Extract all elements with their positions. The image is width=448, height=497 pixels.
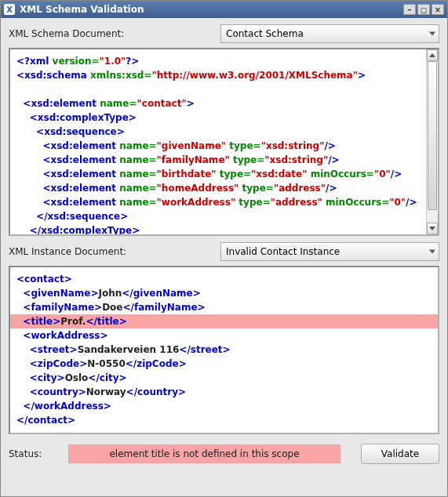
- instance-code[interactable]: <contact> <givenName>John</givenName> <f…: [10, 267, 438, 432]
- app-window: X XML Schema Validation – ◻ × XML Schema…: [0, 0, 448, 497]
- instance-label: XML Instance Document:: [9, 246, 220, 257]
- chevron-down-icon: [429, 250, 435, 254]
- instance-code-panel[interactable]: <contact> <givenName>John</givenName> <f…: [9, 266, 439, 434]
- scroll-down-button[interactable]: [427, 223, 438, 234]
- chevron-down-icon: [429, 32, 435, 36]
- scroll-up-button[interactable]: [427, 49, 438, 61]
- content-area: XML Schema Document: Contact Schema <?xm…: [1, 18, 447, 472]
- validate-button[interactable]: Validate: [361, 444, 439, 464]
- schema-code-panel[interactable]: <?xml version="1.0"?> <xsd:schema xmlns:…: [9, 48, 439, 236]
- schema-scrollbar[interactable]: [426, 49, 438, 234]
- window-title: XML Schema Validation: [20, 4, 144, 15]
- scrollbar-thumb[interactable]: [428, 61, 437, 210]
- chevron-down-icon: [429, 227, 435, 230]
- validate-button-label: Validate: [381, 448, 419, 459]
- instance-combo-value: Invalid Contact Instance: [226, 246, 340, 257]
- status-label: Status:: [9, 448, 48, 459]
- close-button[interactable]: ×: [432, 4, 444, 15]
- footer: Status: element title is not defined in …: [9, 444, 439, 464]
- schema-code[interactable]: <?xml version="1.0"?> <xsd:schema xmlns:…: [10, 49, 438, 236]
- minimize-button[interactable]: –: [403, 4, 416, 15]
- instance-combo[interactable]: Invalid Contact Instance: [220, 242, 439, 261]
- instance-row: XML Instance Document: Invalid Contact I…: [9, 242, 439, 261]
- schema-combo[interactable]: Contact Schema: [220, 24, 439, 43]
- status-message: element title is not defined in this sco…: [68, 444, 341, 463]
- schema-combo-value: Contact Schema: [226, 28, 304, 39]
- chevron-up-icon: [429, 53, 435, 57]
- maximize-button[interactable]: ◻: [417, 4, 430, 15]
- app-icon: X: [4, 4, 15, 15]
- schema-row: XML Schema Document: Contact Schema: [9, 24, 439, 43]
- schema-label: XML Schema Document:: [9, 28, 220, 39]
- titlebar[interactable]: X XML Schema Validation – ◻ ×: [1, 1, 447, 18]
